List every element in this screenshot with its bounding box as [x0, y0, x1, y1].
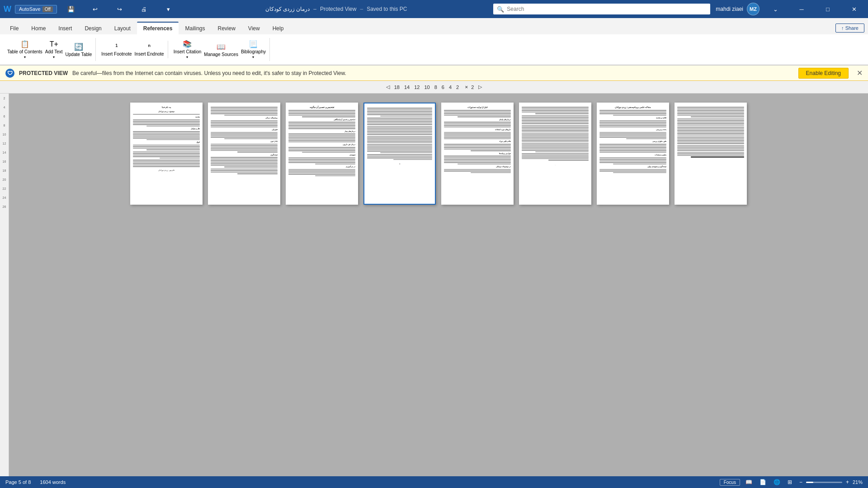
add-text-button[interactable]: T+ Add Text ▾ [45, 40, 63, 59]
page-content-6: . [519, 103, 591, 205]
page-thumbnail-3[interactable]: تشخیص و تفسیر آن چگونه تشخیص و تفسیر آزم… [286, 103, 358, 205]
zoom-area: − + 21% [797, 478, 863, 486]
doc-title: درمان زردی کودکان [265, 6, 310, 12]
thumbnail-view-button[interactable]: ⊞ [786, 478, 794, 486]
zoom-out-button[interactable]: − [797, 478, 804, 486]
page-nav-6[interactable]: 6 [440, 84, 446, 90]
tab-view[interactable]: View [242, 23, 266, 34]
page-thumbnail-6[interactable]: . [519, 103, 591, 205]
redo-button[interactable]: ↪ [109, 2, 130, 16]
zoom-in-button[interactable]: + [844, 478, 851, 486]
undo-button[interactable]: ↩ [85, 2, 106, 16]
page-nav-bar: ◁ 18 14 12 10 8 6 4 2 ✕2 ▷ [0, 81, 868, 94]
page-thumbnail-5[interactable]: قبل از تولید دستورات درمان‌های پایه‌ای د… [441, 103, 514, 205]
protected-message: Be careful—files from the Internet can c… [72, 70, 794, 76]
page-nav-right-arrow[interactable]: ▷ [477, 84, 483, 90]
page-nav-2b[interactable]: ✕2 [462, 84, 475, 90]
user-initials: MZ [750, 6, 757, 12]
page-nav-12[interactable]: 12 [413, 84, 421, 90]
save-button[interactable]: 💾 [61, 2, 81, 16]
print-button[interactable]: 🖨 [134, 2, 155, 16]
tab-help[interactable]: Help [266, 23, 290, 34]
user-area: mahdi ziaei MZ [716, 3, 760, 15]
bibliography-button[interactable]: 📃 Bibliography ▾ [241, 40, 266, 59]
status-bar: Page 5 of 8 1604 words Focus 📖 📄 🌐 ⊞ − +… [0, 476, 868, 488]
page-content-4: 1 [364, 103, 435, 204]
autosave-label: AutoSave [19, 6, 41, 12]
ruler-mark-24: 24 [0, 193, 9, 202]
app-logo: W [4, 5, 11, 14]
ruler-mark-4: 4 [0, 103, 9, 112]
maximize-button[interactable]: □ [817, 2, 838, 16]
ruler-mark-18: 18 [0, 166, 9, 175]
minimize-button[interactable]: ─ [791, 2, 812, 16]
page-content-7: مقاله علمی و پیام‌سنجی: زردی نوزادان خلا… [597, 103, 669, 205]
ruler-left: 2 4 6 8 10 12 14 16 18 20 22 24 26 [0, 94, 9, 476]
customize-button[interactable]: ▾ [158, 2, 179, 16]
page-nav-left-arrow[interactable]: ◁ [385, 84, 391, 90]
insert-footnote-button[interactable]: ¹ Insert Footnote [101, 42, 132, 56]
page-thumbnail-7[interactable]: مقاله علمی و پیام‌سنجی: زردی نوزادان خلا… [597, 103, 669, 205]
protected-view-bar: 🛡 PROTECTED VIEW Be careful—files from t… [0, 66, 868, 81]
ribbon-tabs: File Home Insert Design Layout Reference… [0, 18, 868, 34]
page-nav-18[interactable]: 18 [393, 84, 401, 90]
page-nav-4[interactable]: 4 [448, 84, 453, 90]
page-content-2: روش‌های درمانی فتوتراپی تبادل خون [208, 103, 280, 205]
status-bar-left: Page 5 of 8 1604 words [5, 479, 66, 485]
manage-sources-button[interactable]: 📖 Manage Sources [204, 42, 238, 57]
print-layout-button[interactable]: 📄 [758, 478, 768, 486]
update-table-button[interactable]: 🔄 Update Table [66, 42, 92, 57]
autosave-button[interactable]: AutoSave Off [15, 5, 57, 14]
page-content-3: تشخیص و تفسیر آن چگونه تشخیص و تفسیر آزم… [286, 103, 358, 205]
protected-label: PROTECTED VIEW [19, 70, 68, 76]
close-button[interactable]: ✕ [844, 2, 864, 16]
main-scroll[interactable]: به نام خدا موضوع : زردی نوزادان مقدمه عل… [9, 94, 868, 476]
tab-design[interactable]: Design [78, 23, 108, 34]
page-content-5: قبل از تولید دستورات درمان‌های پایه‌ای د… [441, 103, 514, 205]
ribbon-toggle-button[interactable]: ⌄ [765, 2, 786, 16]
page-nav-2[interactable]: 2 [455, 84, 460, 90]
ruler-mark-2: 2 [0, 94, 9, 103]
insert-citation-button[interactable]: 📚 Insert Citation ▾ [174, 40, 202, 59]
share-button[interactable]: ↑ Share [835, 23, 864, 33]
tab-references[interactable]: References [137, 22, 179, 34]
ruler-mark-16: 16 [0, 157, 9, 166]
word-count: 1604 words [40, 479, 66, 485]
tab-insert[interactable]: Insert [52, 23, 78, 34]
tab-layout[interactable]: Layout [108, 23, 137, 34]
enable-editing-button[interactable]: Enable Editing [798, 68, 849, 79]
ruler-mark-14: 14 [0, 148, 9, 157]
page-thumbnail-1[interactable]: به نام خدا موضوع : زردی نوزادان مقدمه عل… [130, 103, 203, 205]
page-thumbnail-8[interactable] [675, 103, 747, 205]
document-title-area: درمان زردی کودکان – Protected View – Sav… [265, 6, 407, 12]
page-thumbnail-2[interactable]: روش‌های درمانی فتوتراپی تبادل خون [208, 103, 280, 205]
mode-label: Protected View [320, 6, 357, 12]
user-avatar[interactable]: MZ [747, 3, 760, 15]
title-bar-left: W AutoSave Off 💾 ↩ ↪ 🖨 ▾ [4, 2, 179, 16]
user-name: mahdi ziaei [716, 6, 743, 12]
page-nav-10[interactable]: 10 [423, 84, 431, 90]
tab-review[interactable]: Review [212, 23, 242, 34]
tab-file[interactable]: File [4, 23, 25, 34]
web-layout-button[interactable]: 🌐 [772, 478, 782, 486]
focus-button[interactable]: Focus [720, 479, 740, 486]
read-view-button[interactable]: 📖 [744, 478, 754, 486]
zoom-slider-fill [806, 482, 813, 483]
autosave-state: Off [42, 6, 53, 12]
page-info: Page 5 of 8 [5, 479, 31, 485]
ruler-mark-12: 12 [0, 139, 9, 148]
ribbon-content: 📋 Table of Contents ▾ T+ Add Text ▾ 🔄 Up… [0, 34, 868, 65]
search-input[interactable] [507, 6, 707, 12]
protected-close-button[interactable]: ✕ [857, 69, 863, 77]
tab-home[interactable]: Home [25, 23, 52, 34]
title-bar: W AutoSave Off 💾 ↩ ↪ 🖨 ▾ درمان زردی کودک… [0, 0, 868, 18]
page-nav-8[interactable]: 8 [433, 84, 439, 90]
zoom-slider[interactable] [806, 482, 842, 483]
tab-mailings[interactable]: Mailings [179, 23, 211, 34]
insert-endnote-button[interactable]: ⁿ Insert Endnote [135, 42, 164, 56]
search-bar[interactable]: 🔍 [493, 4, 710, 14]
ruler-mark-22: 22 [0, 184, 9, 193]
page-nav-14[interactable]: 14 [403, 84, 411, 90]
page-thumbnail-4[interactable]: 1 [363, 103, 436, 205]
table-of-contents-button[interactable]: 📋 Table of Contents ▾ [7, 40, 42, 59]
